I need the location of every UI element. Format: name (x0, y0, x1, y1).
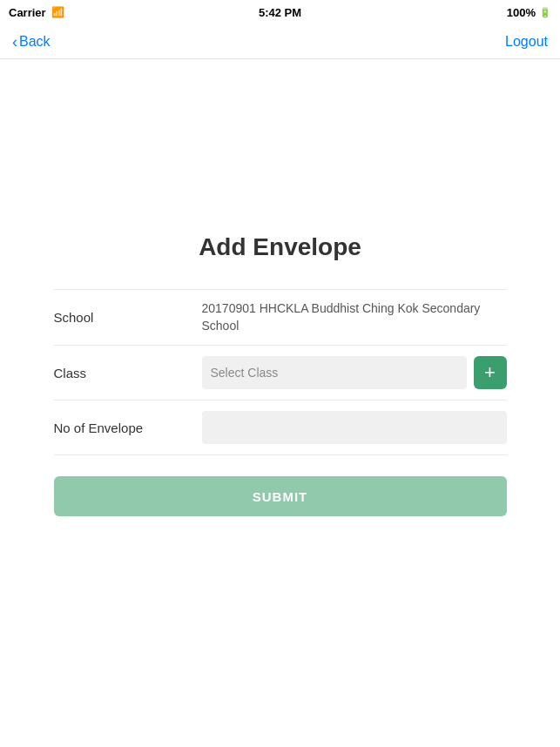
no-of-envelope-input-group (202, 411, 507, 444)
no-of-envelope-row: No of Envelope (54, 400, 507, 455)
school-label: School (54, 310, 202, 325)
status-bar: Carrier 📶 5:42 PM 100% 🔋 (0, 0, 560, 24)
plus-icon: + (484, 363, 496, 382)
no-of-envelope-input[interactable] (202, 411, 507, 444)
back-button[interactable]: ‹ Back (12, 34, 51, 50)
no-of-envelope-label: No of Envelope (54, 421, 202, 435)
class-row: Class Select Class + (54, 345, 507, 400)
add-class-button[interactable]: + (474, 356, 507, 389)
status-left: Carrier 📶 (9, 6, 64, 19)
class-select[interactable]: Select Class (202, 356, 467, 389)
school-row: School 20170901 HHCKLA Buddhist Ching Ko… (54, 289, 507, 345)
form-container: School 20170901 HHCKLA Buddhist Ching Ko… (54, 289, 507, 516)
battery-percent: 100% (507, 6, 536, 19)
class-label: Class (54, 366, 202, 380)
chevron-left-icon: ‹ (12, 34, 17, 50)
submit-button[interactable]: SUBMIT (54, 476, 507, 516)
battery-icon: 🔋 (539, 7, 551, 18)
main-content: Add Envelope School 20170901 HHCKLA Budd… (0, 233, 560, 516)
logout-button[interactable]: Logout (505, 34, 548, 50)
wifi-icon: 📶 (51, 6, 64, 18)
status-right: 100% 🔋 (507, 6, 551, 19)
page-title: Add Envelope (199, 233, 361, 261)
status-time: 5:42 PM (259, 6, 301, 19)
carrier-label: Carrier (9, 6, 46, 19)
class-input-group: Select Class + (202, 356, 507, 389)
back-label: Back (19, 34, 51, 50)
school-value: 20170901 HHCKLA Buddhist Ching Kok Secon… (202, 300, 507, 334)
nav-bar: ‹ Back Logout (0, 24, 560, 59)
